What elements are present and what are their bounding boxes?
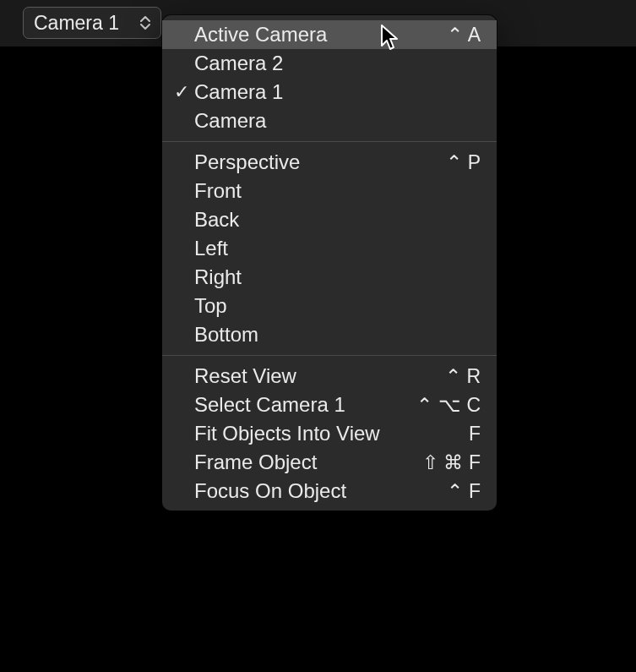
menu-item-fit-objects-into-view[interactable]: Fit Objects Into ViewF [162,419,497,448]
menu-item-shortcut: ⌃ ⌥ C [416,394,481,417]
menu-item-label: Camera [194,109,422,133]
menu-item-shortcut: ⌃ A [422,24,481,46]
menu-item-top[interactable]: Top [162,292,497,320]
menu-item-shortcut: ⌃ P [422,151,481,174]
menu-item-front[interactable]: Front [162,177,497,205]
menu-item-label: Frame Object [194,451,422,474]
menu-item-label: Bottom [194,323,422,347]
updown-chevron-icon [140,16,150,30]
menu-item-label: Camera 2 [194,52,422,75]
menu-item-label: Perspective [194,150,422,174]
menu-item-left[interactable]: Left [162,234,497,263]
camera-select-button[interactable]: Camera 1 [23,7,161,39]
menu-item-label: Front [194,179,422,203]
menu-item-bottom[interactable]: Bottom [162,320,497,349]
menu-item-shortcut: ⌃ F [422,480,481,503]
menu-item-shortcut: ⇧ ⌘ F [422,451,481,474]
menu-item-back[interactable]: Back [162,205,497,234]
menu-item-camera-1[interactable]: ✓Camera 1 [162,78,497,107]
menu-item-label: Left [194,237,422,260]
menu-item-frame-object[interactable]: Frame Object⇧ ⌘ F [162,448,497,477]
menu-item-label: Active Camera [194,23,422,46]
menu-item-active-camera[interactable]: Active Camera⌃ A [162,20,497,49]
camera-select-label: Camera 1 [34,12,133,35]
menu-item-perspective[interactable]: Perspective⌃ P [162,148,497,177]
menu-item-label: Select Camera 1 [194,393,416,417]
menu-item-label: Top [194,294,422,318]
menu-item-camera-2[interactable]: Camera 2 [162,49,497,78]
menu-item-focus-on-object[interactable]: Focus On Object⌃ F [162,477,497,505]
menu-item-label: Fit Objects Into View [194,422,422,445]
menu-item-shortcut: ⌃ R [422,365,481,388]
menu-item-label: Right [194,265,422,289]
menu-item-shortcut: F [422,423,481,445]
menu-item-select-camera-1[interactable]: Select Camera 1⌃ ⌥ C [162,391,497,419]
menu-item-camera[interactable]: Camera [162,107,497,135]
menu-item-label: Back [194,208,422,232]
checkmark-icon: ✓ [169,81,194,103]
menu-separator [162,355,497,356]
menu-item-label: Reset View [194,364,422,388]
camera-view-menu: Active Camera⌃ ACamera 2✓Camera 1CameraP… [162,15,497,511]
menu-separator [162,141,497,142]
menu-item-right[interactable]: Right [162,263,497,292]
menu-item-reset-view[interactable]: Reset View⌃ R [162,362,497,391]
menu-item-label: Focus On Object [194,479,422,503]
menu-item-label: Camera 1 [194,80,422,104]
